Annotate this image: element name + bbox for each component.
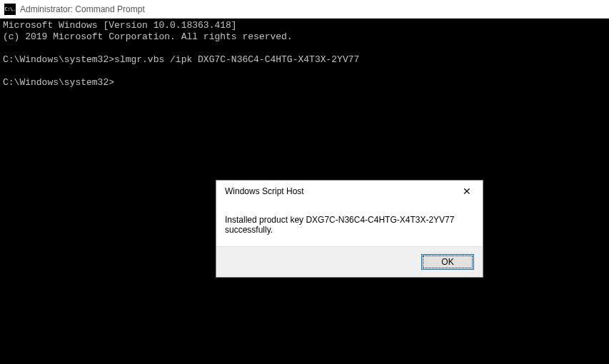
terminal-output[interactable]: Microsoft Windows [Version 10.0.18363.41… — [0, 19, 609, 90]
close-icon: ✕ — [463, 186, 471, 197]
window-titlebar: C:\. Administrator: Command Prompt — [0, 0, 609, 19]
terminal-prompt: C:\Windows\system32> — [3, 77, 114, 88]
terminal-line: (c) 2019 Microsoft Corporation. All righ… — [3, 31, 293, 42]
dialog-message: Installed product key DXG7C-N36C4-C4HTG-… — [225, 215, 454, 235]
window-title: Administrator: Command Prompt — [20, 4, 145, 14]
close-button[interactable]: ✕ — [451, 181, 483, 202]
dialog-title: Windows Script Host — [225, 186, 304, 196]
terminal-command: slmgr.vbs /ipk DXG7C-N36C4-C4HTG-X4T3X-2… — [114, 54, 359, 65]
dialog-body: Installed product key DXG7C-N36C4-C4HTG-… — [216, 202, 483, 246]
dialog-footer: OK — [216, 246, 483, 277]
ok-button[interactable]: OK — [421, 254, 474, 270]
message-dialog: Windows Script Host ✕ Installed product … — [216, 180, 483, 278]
dialog-titlebar: Windows Script Host ✕ — [216, 181, 483, 202]
terminal-line: Microsoft Windows [Version 10.0.18363.41… — [3, 20, 237, 31]
cmd-icon: C:\. — [4, 4, 16, 15]
terminal-prompt: C:\Windows\system32> — [3, 54, 114, 65]
